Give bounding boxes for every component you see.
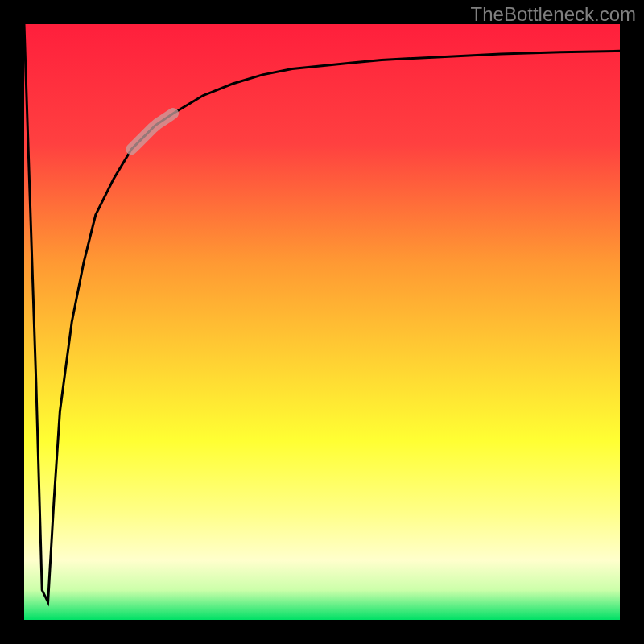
frame-bottom [0, 620, 644, 644]
frame-left [0, 0, 24, 644]
frame-right [620, 0, 644, 644]
bottleneck-chart [0, 0, 644, 644]
plot-background [24, 24, 620, 620]
watermark-text: TheBottleneck.com [471, 3, 636, 26]
